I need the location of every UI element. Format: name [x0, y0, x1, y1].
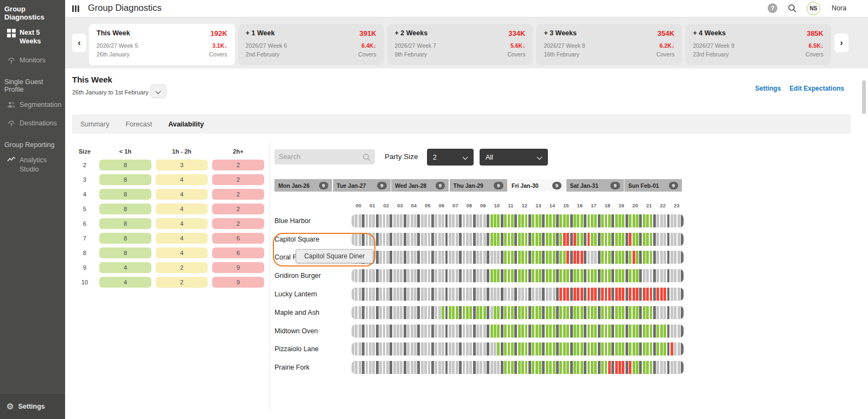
venue-filter-dropdown[interactable]: All [480, 149, 548, 166]
time-slot [352, 342, 354, 355]
settings-link[interactable]: Settings [755, 85, 781, 92]
day-tab-tue-jan-27[interactable]: Tue Jan-279 [333, 179, 391, 192]
time-slot [476, 361, 479, 374]
tab-forecast[interactable]: Forecast [125, 120, 152, 128]
time-slot [355, 325, 358, 338]
sidebar-item-settings[interactable]: ⚙ Settings [0, 393, 65, 419]
time-slot [369, 233, 372, 246]
time-slot [636, 251, 639, 264]
time-slot [424, 233, 427, 246]
venue-availability-bar[interactable] [352, 288, 684, 301]
time-slot [390, 342, 392, 355]
tab-availability[interactable]: Availability [168, 120, 204, 128]
time-slot [463, 342, 465, 355]
carousel-prev-button[interactable]: ‹ [72, 34, 86, 52]
day-tab-sat-jan-31[interactable]: Sat Jan-319 [566, 179, 624, 192]
tab-summary[interactable]: Summary [80, 120, 109, 128]
time-slot [611, 288, 614, 301]
venue-availability-bar[interactable] [352, 361, 684, 374]
day-tab-fri-jan-30[interactable]: Fri Jan-309 [508, 179, 565, 192]
week-card[interactable]: + 2 Weeks334K2026/27 Week 79th February5… [387, 24, 533, 65]
time-slot [490, 342, 493, 355]
time-slot [372, 361, 375, 374]
time-slot [535, 306, 538, 319]
venue-availability-bar[interactable] [352, 306, 684, 319]
time-slot [660, 269, 663, 282]
time-slot [650, 342, 653, 355]
time-slot [521, 342, 524, 355]
availability-cell: 4 [156, 233, 208, 244]
time-slot [577, 214, 579, 227]
day-tab-wed-jan-28[interactable]: Wed Jan-289 [391, 179, 449, 192]
time-slot [359, 325, 361, 338]
time-slot [483, 233, 486, 246]
venue-availability-bar[interactable] [352, 325, 684, 338]
time-slot [667, 269, 670, 282]
time-slot [653, 306, 656, 319]
time-slot [660, 342, 663, 355]
time-slot [528, 214, 531, 227]
sidebar-item-next-5-weeks[interactable]: Next 5 Weeks [0, 23, 65, 51]
venue-availability-bar[interactable] [352, 269, 684, 282]
week-card-header: This Week192K [97, 29, 227, 37]
avatar[interactable]: NS [807, 2, 820, 15]
party-size-dropdown[interactable]: 2 [427, 149, 474, 166]
time-slot [598, 233, 601, 246]
sidebar-item-monitors[interactable]: Monitors [0, 51, 65, 69]
venue-availability-bar[interactable] [352, 342, 684, 355]
sidebar-item-analytics-studio[interactable]: Analytics Studio [0, 151, 65, 179]
day-tab-badge: 9 [669, 182, 678, 189]
sidebar-collapse-icon[interactable] [72, 5, 79, 12]
week-card[interactable]: + 3 Weeks354K2026/27 Week 816th February… [536, 24, 682, 65]
time-slot [501, 269, 503, 282]
week-card[interactable]: This Week192K2026/27 Week 526th January3… [89, 24, 235, 65]
time-slot [678, 306, 680, 319]
time-slot [663, 361, 666, 374]
time-slot [473, 269, 476, 282]
time-slot [352, 288, 354, 301]
time-slot [674, 269, 676, 282]
week-card[interactable]: + 4 Weeks385K2026/27 Week 923rd February… [685, 24, 831, 65]
time-slot [580, 306, 583, 319]
search-icon[interactable] [788, 4, 796, 15]
time-slot [525, 233, 528, 246]
hour-label: 03 [393, 202, 407, 208]
time-slot [393, 233, 396, 246]
availability-cell: 2 [212, 218, 264, 229]
sidebar-item-destinations[interactable]: Destinations [0, 114, 65, 132]
week-card-delta-value: 6.5K↓ [806, 41, 824, 50]
time-slot [445, 342, 448, 355]
search-input[interactable] [275, 149, 361, 164]
time-slot [546, 269, 548, 282]
time-slot [678, 214, 680, 227]
time-slot [542, 288, 545, 301]
time-slot [580, 325, 583, 338]
edit-expectations-link[interactable]: Edit Expectations [789, 85, 844, 92]
time-slot [397, 269, 399, 282]
sidebar-item-segmentation[interactable]: Segmentation [0, 96, 65, 114]
time-slot [646, 361, 649, 374]
time-slot [633, 306, 635, 319]
time-slot [400, 214, 403, 227]
time-slot [397, 361, 399, 374]
time-slot [421, 342, 424, 355]
venue-availability-bar[interactable] [352, 233, 684, 246]
hour-label: 01 [366, 202, 380, 208]
venue-availability-bar[interactable] [352, 214, 684, 227]
scrollbar-thumb[interactable] [862, 80, 866, 114]
time-slot [466, 306, 469, 319]
day-tab-mon-jan-26[interactable]: Mon Jan-269 [275, 179, 332, 192]
week-card-date-label: 16th February [544, 50, 585, 59]
day-tab-thu-jan-29[interactable]: Thu Jan-299 [450, 179, 507, 192]
time-slot [466, 269, 469, 282]
time-slot [674, 251, 676, 264]
venue-availability-bar[interactable] [352, 251, 684, 264]
time-slot [615, 306, 618, 319]
day-tab-sun-feb-01[interactable]: Sun Feb-019 [624, 179, 682, 192]
week-card[interactable]: + 1 Week391K2026/27 Week 62nd February6.… [238, 24, 384, 65]
help-icon[interactable]: ? [768, 3, 777, 13]
section-title: This Week [72, 75, 112, 84]
carousel-next-button[interactable]: › [834, 34, 848, 52]
time-slot [487, 325, 489, 338]
date-range-dropdown[interactable] [150, 84, 167, 98]
